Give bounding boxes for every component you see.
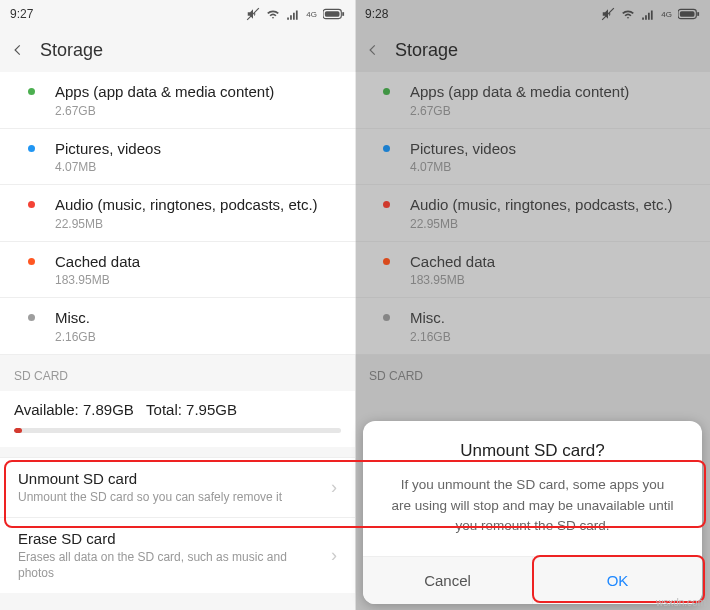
category-title: Cached data (410, 252, 696, 272)
header: Storage (0, 28, 355, 72)
signal-icon (286, 7, 300, 21)
dot-icon (28, 258, 35, 265)
category-size: 4.07MB (410, 160, 696, 174)
category-size: 2.67GB (55, 104, 341, 118)
sd-action-title: Unmount SD card (18, 470, 323, 487)
category-audio[interactable]: Audio (music, ringtones, podcasts, etc.)… (0, 185, 355, 242)
category-title: Pictures, videos (55, 139, 341, 159)
status-time: 9:27 (10, 7, 33, 21)
category-title: Pictures, videos (410, 139, 696, 159)
category-pictures: Pictures, videos 4.07MB (355, 129, 710, 186)
wifi-icon (266, 7, 280, 21)
status-bar: 9:27 4G (0, 0, 355, 28)
dialog-body: If you unmount the SD card, some apps yo… (363, 475, 702, 556)
category-size: 183.95MB (55, 273, 341, 287)
dot-icon (383, 258, 390, 265)
dialog-button-row: Cancel OK (363, 556, 702, 604)
sd-card-section-header: SD CARD (355, 355, 710, 391)
network-4g-label: 4G (306, 10, 317, 19)
sd-card-summary[interactable]: Available: 7.89GB Total: 7.95GB (0, 391, 355, 447)
dot-icon (383, 314, 390, 321)
category-apps[interactable]: Apps (app data & media content) 2.67GB (0, 72, 355, 129)
dot-icon (383, 88, 390, 95)
status-icons: 4G (246, 7, 345, 21)
signal-icon (641, 7, 655, 21)
sd-action-title: Erase SD card (18, 530, 323, 547)
unmount-sd-card-item[interactable]: Unmount SD card Unmount the SD card so y… (0, 457, 355, 517)
category-size: 2.67GB (410, 104, 696, 118)
category-cached: Cached data 183.95MB (355, 242, 710, 299)
sd-usage-fill (14, 428, 22, 433)
sd-usage-bar (14, 428, 341, 433)
category-misc[interactable]: Misc. 2.16GB (0, 298, 355, 355)
dialog-title: Unmount SD card? (363, 441, 702, 461)
status-time: 9:28 (365, 7, 388, 21)
sd-action-sub: Unmount the SD card so you can safely re… (18, 489, 323, 505)
category-pictures[interactable]: Pictures, videos 4.07MB (0, 129, 355, 186)
wifi-icon (621, 7, 635, 21)
network-4g-label: 4G (661, 10, 672, 19)
svg-rect-7 (697, 12, 699, 16)
dot-icon (28, 88, 35, 95)
screen-left: 9:27 4G Storage Apps (app data (0, 0, 355, 610)
category-size: 22.95MB (410, 217, 696, 231)
watermark: wsxdn.com (656, 597, 706, 608)
category-title: Apps (app data & media content) (410, 82, 696, 102)
chevron-right-icon: › (331, 477, 337, 498)
category-audio: Audio (music, ringtones, podcasts, etc.)… (355, 185, 710, 242)
category-title: Misc. (410, 308, 696, 328)
category-title: Audio (music, ringtones, podcasts, etc.) (55, 195, 341, 215)
category-size: 2.16GB (55, 330, 341, 344)
back-button[interactable] (8, 40, 28, 60)
sd-action-sub: Erases all data on the SD card, such as … (18, 549, 323, 581)
svg-rect-2 (325, 11, 340, 17)
mute-icon (246, 7, 260, 21)
status-icons: 4G (601, 7, 700, 21)
category-title: Misc. (55, 308, 341, 328)
sd-summary-text: Available: 7.89GB Total: 7.95GB (14, 401, 341, 418)
battery-icon (323, 8, 345, 20)
chevron-right-icon: › (331, 545, 337, 566)
svg-rect-3 (342, 12, 344, 16)
category-size: 22.95MB (55, 217, 341, 231)
back-button[interactable] (363, 40, 383, 60)
category-misc: Misc. 2.16GB (355, 298, 710, 355)
dot-icon (383, 201, 390, 208)
header: Storage (355, 28, 710, 72)
cancel-button[interactable]: Cancel (363, 557, 533, 604)
dot-icon (28, 201, 35, 208)
category-title: Apps (app data & media content) (55, 82, 341, 102)
category-size: 4.07MB (55, 160, 341, 174)
sd-card-section-header: SD CARD (0, 355, 355, 391)
category-apps: Apps (app data & media content) 2.67GB (355, 72, 710, 129)
page-title: Storage (40, 40, 103, 61)
storage-category-list: Apps (app data & media content) 2.67GB P… (0, 72, 355, 355)
category-size: 2.16GB (410, 330, 696, 344)
category-title: Cached data (55, 252, 341, 272)
status-bar: 9:28 4G (355, 0, 710, 28)
category-size: 183.95MB (410, 273, 696, 287)
category-title: Audio (music, ringtones, podcasts, etc.) (410, 195, 696, 215)
dot-icon (383, 145, 390, 152)
mute-icon (601, 7, 615, 21)
battery-icon (678, 8, 700, 20)
page-title: Storage (395, 40, 458, 61)
dot-icon (28, 314, 35, 321)
dot-icon (28, 145, 35, 152)
svg-rect-6 (680, 11, 695, 17)
category-cached[interactable]: Cached data 183.95MB (0, 242, 355, 299)
storage-category-list: Apps (app data & media content) 2.67GB P… (355, 72, 710, 355)
erase-sd-card-item[interactable]: Erase SD card Erases all data on the SD … (0, 517, 355, 593)
unmount-confirm-dialog: Unmount SD card? If you unmount the SD c… (363, 421, 702, 604)
